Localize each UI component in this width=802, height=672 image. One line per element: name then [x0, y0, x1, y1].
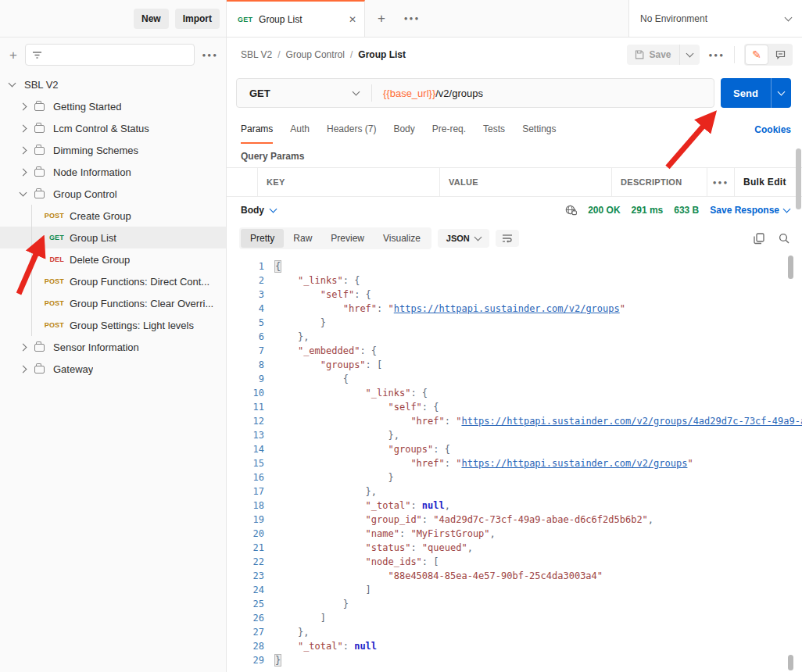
tab-tests[interactable]: Tests: [483, 116, 505, 144]
comment-icon: [775, 50, 786, 59]
code-line: }: [275, 597, 802, 611]
code-line: },: [275, 484, 802, 499]
params-more-options-button[interactable]: ●●●: [707, 168, 735, 196]
view-tab-raw[interactable]: Raw: [284, 229, 321, 248]
response-body-selector[interactable]: Body: [241, 205, 276, 216]
new-tab-button[interactable]: +: [365, 0, 398, 37]
code-token: "MyFirstGroup": [410, 528, 489, 539]
code-token: [275, 374, 343, 384]
sidebar-request-group-settings-light-levels[interactable]: POSTGroup Settings: Light levels: [0, 314, 226, 336]
method-label: POST: [42, 277, 64, 285]
code-scrollbar[interactable]: [788, 256, 793, 279]
sidebar-request-create-group[interactable]: POSTCreate Group: [0, 205, 226, 227]
sidebar-request-delete-group[interactable]: DELDelete Group: [0, 248, 226, 270]
chevron-down-icon: [778, 88, 786, 96]
url-input[interactable]: {{base_url}}/v2/groups: [372, 79, 714, 107]
sidebar-more-options-button[interactable]: ●●●: [202, 52, 219, 59]
url-row: GET {{base_url}}/v2/groups Send: [227, 72, 802, 116]
close-icon[interactable]: ✕: [349, 14, 356, 25]
wrap-lines-button[interactable]: [496, 230, 519, 247]
code-token: "href": [410, 416, 444, 427]
collection-sbl-v2[interactable]: SBL V2: [0, 73, 226, 95]
sidebar-header: New Import: [0, 0, 226, 38]
chevron-right-icon: [20, 146, 27, 154]
checkbox-column: [227, 168, 258, 196]
code-token: [275, 613, 320, 624]
breadcrumb-item[interactable]: SBL V2: [241, 49, 272, 60]
code-token: "groups": [388, 444, 434, 455]
breadcrumb-item[interactable]: Group Control: [286, 49, 345, 60]
tab-settings[interactable]: Settings: [522, 116, 556, 144]
code-token: : {: [354, 289, 371, 300]
response-link[interactable]: https://httpapi.sustainder.com/v2/groups: [461, 458, 687, 469]
code-token: "groups": [320, 359, 366, 370]
filter-text-field[interactable]: [47, 49, 188, 60]
format-selector[interactable]: JSON: [438, 229, 489, 248]
search-icon[interactable]: [779, 233, 789, 244]
view-tab-visualize[interactable]: Visualize: [374, 229, 430, 248]
tab-pre-req[interactable]: Pre-req.: [432, 116, 466, 144]
add-collection-button[interactable]: +: [9, 48, 17, 62]
sidebar-folder-node-information[interactable]: Node Information: [0, 161, 226, 183]
code-line: "_links": {: [275, 273, 802, 288]
code-token: [275, 486, 366, 497]
copy-button[interactable]: [754, 233, 764, 245]
line-number: 11: [227, 400, 264, 414]
tab-headers-7[interactable]: Headers (7): [327, 116, 376, 144]
send-button[interactable]: Send: [721, 78, 771, 108]
chevron-right-icon: [20, 102, 27, 110]
code-token: }: [343, 599, 349, 609]
code-token: :: [410, 500, 421, 511]
code-token: "node_ids": [366, 556, 422, 567]
import-button[interactable]: Import: [175, 9, 220, 29]
code-token: : {: [410, 388, 428, 399]
request-tab-group-list[interactable]: GET Group List ✕: [227, 0, 365, 37]
sidebar-request-group-functions-direct-cont[interactable]: POSTGroup Functions: Direct Cont...: [0, 270, 226, 292]
tab-body[interactable]: Body: [393, 116, 414, 144]
code-token: "href": [410, 458, 444, 469]
save-button[interactable]: Save: [627, 45, 678, 65]
sidebar-folder-lcm-control-status[interactable]: Lcm Control & Status: [0, 117, 226, 139]
sidebar-folder-getting-started[interactable]: Getting Started: [0, 95, 226, 117]
response-link[interactable]: https://httpapi.sustainder.com/v2/groups…: [461, 416, 802, 427]
sidebar-folder-gateway[interactable]: Gateway: [0, 358, 226, 380]
sidebar-folder-group-control[interactable]: Group Control: [0, 183, 226, 205]
request-more-options-button[interactable]: ●●●: [709, 52, 725, 59]
line-number: 5: [227, 316, 264, 330]
view-tab-pretty[interactable]: Pretty: [241, 229, 284, 248]
sidebar-folder-sensor-information[interactable]: Sensor Information: [0, 336, 226, 358]
code-token: : {: [433, 444, 450, 455]
breadcrumb-item[interactable]: Group List: [358, 49, 406, 60]
edit-button[interactable]: ✎: [746, 45, 768, 64]
value-column-header: VALUE: [440, 168, 612, 196]
line-number: 22: [227, 555, 264, 569]
code-scrollbar-bottom[interactable]: [788, 655, 793, 670]
save-dropdown-button[interactable]: [679, 45, 700, 65]
breadcrumb-row: SBL V2/Group Control/Group List Save ●●●…: [227, 38, 802, 72]
tab-auth[interactable]: Auth: [290, 116, 310, 144]
comment-button[interactable]: [769, 45, 791, 64]
save-response-button[interactable]: Save Response: [710, 205, 789, 216]
save-button-group: Save: [627, 45, 699, 65]
sidebar-folder-dimming-schemes[interactable]: Dimming Schemes: [0, 139, 226, 161]
save-label: Save: [649, 49, 671, 60]
sidebar-request-group-functions-clear-overri[interactable]: POSTGroup Functions: Clear Overri...: [0, 292, 226, 314]
view-tab-preview[interactable]: Preview: [321, 229, 374, 248]
code-token: [275, 275, 298, 286]
new-button[interactable]: New: [134, 9, 169, 29]
method-label: DEL: [42, 256, 64, 263]
bulk-edit-button[interactable]: Bulk Edit: [735, 168, 802, 196]
method-selector[interactable]: GET: [237, 79, 371, 107]
tab-params[interactable]: Params: [241, 116, 273, 144]
response-code-viewer: 1234567891011121314151617181920212223242…: [227, 253, 802, 672]
tab-more-options-button[interactable]: ●●●: [398, 0, 426, 37]
code-token: },: [298, 627, 309, 638]
environment-selector[interactable]: No Environment: [628, 0, 802, 37]
cookies-link[interactable]: Cookies: [754, 124, 791, 135]
filter-input[interactable]: [25, 44, 195, 66]
send-dropdown-button[interactable]: [771, 78, 791, 108]
response-link[interactable]: https://httpapi.sustainder.com/v2/groups: [394, 303, 620, 314]
main-scrollbar[interactable]: [796, 148, 801, 209]
sidebar-request-group-list[interactable]: GETGroup List: [0, 227, 226, 248]
method-label: GET: [249, 88, 270, 99]
